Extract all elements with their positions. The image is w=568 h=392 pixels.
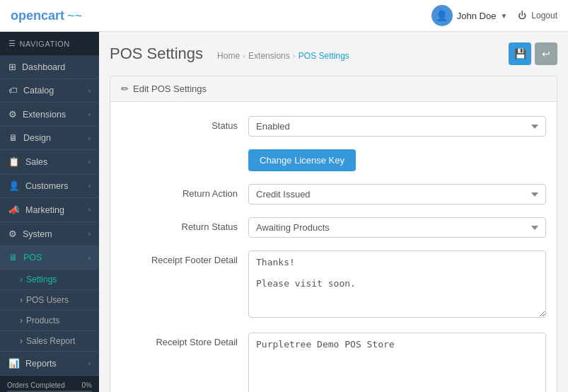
breadcrumb-home[interactable]: Home (217, 51, 240, 61)
sidebar-item-reports[interactable]: Reports (0, 352, 99, 376)
receipt-store-textarea[interactable]: Purpletree Demo POS Store (248, 333, 546, 392)
sidebar-subitem-label: Products (26, 316, 59, 325)
pos-icon (8, 253, 18, 263)
header-buttons: 💾 ↩ (509, 42, 557, 65)
page-title-area: POS Settings Home › Extensions › POS Set… (110, 45, 349, 63)
breadcrumb-sep: › (243, 51, 245, 61)
sidebar-subitem-sales-report[interactable]: Sales Report (0, 331, 99, 352)
logout-label: Logout (531, 11, 557, 21)
customers-icon (8, 180, 20, 191)
sidebar-item-catalog[interactable]: Catalog (0, 79, 99, 103)
breadcrumb: Home › Extensions › POS Settings (217, 51, 349, 61)
chevron-icon (88, 182, 91, 190)
menu-icon (8, 39, 16, 48)
license-control: Change License Key (248, 149, 546, 171)
sidebar-item-dashboard[interactable]: Dashboard (0, 55, 99, 79)
reports-icon (8, 358, 20, 369)
page-title: POS Settings (110, 45, 203, 63)
status-control: Enabled Disabled (248, 116, 546, 137)
sidebar-item-sales[interactable]: Sales (0, 150, 99, 174)
receipt-footer-group: Receipt Footer Detail Thanks! Please vis… (121, 250, 546, 320)
dot-icon (20, 336, 23, 346)
chevron-icon (88, 110, 91, 118)
sidebar-item-label: Design (23, 133, 51, 143)
layout: NAVIGATION Dashboard Catalog Extensions (0, 32, 568, 392)
logout-icon (518, 11, 528, 21)
chevron-icon (88, 87, 91, 95)
chevron-icon (88, 158, 91, 166)
topbar-right: 👤 John Doe ▼ Logout (431, 5, 557, 26)
chevron-icon (88, 359, 91, 367)
chevron-icon (88, 134, 91, 142)
sidebar-item-customers[interactable]: Customers (0, 174, 99, 198)
stat-orders-completed: Orders Completed 0% (7, 381, 92, 392)
sales-icon (8, 156, 20, 167)
status-group: Status Enabled Disabled (121, 116, 546, 137)
sidebar-item-label: Dashboard (22, 62, 65, 72)
status-select[interactable]: Enabled Disabled (248, 116, 546, 137)
sidebar-subitem-label: Settings (26, 275, 57, 284)
sidebar-item-extensions[interactable]: Extensions (0, 103, 99, 127)
sidebar: NAVIGATION Dashboard Catalog Extensions (0, 32, 99, 392)
license-label-spacer (121, 149, 248, 154)
return-status-control: Awaiting Products Complete Pending (248, 217, 546, 238)
sidebar-item-design[interactable]: Design (0, 127, 99, 150)
save-icon: 💾 (514, 48, 526, 59)
system-icon (8, 229, 17, 239)
chevron-icon (88, 206, 91, 214)
panel-title: Edit POS Settings (133, 83, 207, 94)
return-status-select[interactable]: Awaiting Products Complete Pending (248, 217, 546, 238)
return-action-select[interactable]: Credit Issued Refund Exchange (248, 184, 546, 204)
nav-header-label: NAVIGATION (20, 40, 70, 48)
return-action-control: Credit Issued Refund Exchange (248, 184, 546, 204)
sidebar-subitem-pos-users[interactable]: POS Users (0, 290, 99, 311)
user-info[interactable]: 👤 John Doe ▼ (431, 5, 508, 26)
receipt-footer-control: Thanks! Please visit soon. (248, 250, 546, 320)
return-action-group: Return Action Credit Issued Refund Excha… (121, 184, 546, 204)
sidebar-item-pos[interactable]: POS (0, 246, 99, 270)
sidebar-item-system[interactable]: System (0, 222, 99, 246)
return-action-label: Return Action (121, 184, 248, 199)
sidebar-item-label: System (23, 229, 52, 239)
chevron-icon (88, 230, 91, 238)
sidebar-item-label: Extensions (23, 110, 66, 120)
nav-header: NAVIGATION (0, 32, 99, 55)
sidebar-item-marketing[interactable]: Marketing (0, 198, 99, 222)
sidebar-subitem-products[interactable]: Products (0, 311, 99, 331)
dashboard-icon (8, 62, 16, 72)
dot-icon (20, 275, 23, 284)
edit-icon: ✏ (121, 83, 129, 94)
receipt-store-group: Receipt Store Detail Purpletree Demo POS… (121, 333, 546, 392)
user-name: John Doe (457, 11, 497, 21)
sidebar-item-label: Reports (25, 359, 57, 369)
receipt-store-label: Receipt Store Detail (121, 333, 248, 347)
change-license-button[interactable]: Change License Key (248, 149, 356, 171)
breadcrumb-extensions[interactable]: Extensions (248, 51, 290, 61)
return-status-label: Return Status (121, 217, 248, 232)
sidebar-stats: Orders Completed 0% Orders Processing 0% (0, 376, 99, 392)
logo: opencart ~~ (11, 8, 82, 23)
save-button[interactable]: 💾 (509, 42, 531, 65)
topbar: opencart ~~ 👤 John Doe ▼ Logout (0, 0, 568, 32)
marketing-icon (8, 204, 20, 215)
sidebar-subitem-settings[interactable]: Settings (0, 270, 99, 290)
breadcrumb-current: POS Settings (299, 51, 349, 61)
logo-text: opencart (11, 8, 64, 23)
receipt-footer-textarea[interactable]: Thanks! Please visit soon. (248, 250, 546, 318)
main-content: POS Settings Home › Extensions › POS Set… (99, 32, 568, 392)
status-label: Status (121, 116, 248, 131)
logout-button[interactable]: Logout (518, 11, 557, 21)
stat-label-text: Orders Completed (7, 381, 65, 389)
dot-icon (20, 295, 23, 305)
sidebar-subitem-label: Sales Report (26, 336, 75, 346)
back-icon: ↩ (542, 48, 550, 59)
avatar: 👤 (431, 5, 453, 26)
back-button[interactable]: ↩ (535, 42, 557, 65)
page-header: POS Settings Home › Extensions › POS Set… (110, 42, 557, 65)
design-icon (8, 133, 18, 143)
return-status-group: Return Status Awaiting Products Complete… (121, 217, 546, 238)
settings-panel: ✏ Edit POS Settings Status Enabled Disab… (110, 76, 557, 392)
sidebar-item-label: Marketing (25, 205, 64, 215)
stat-value: 0% (82, 381, 92, 389)
breadcrumb-sep: › (293, 51, 296, 61)
